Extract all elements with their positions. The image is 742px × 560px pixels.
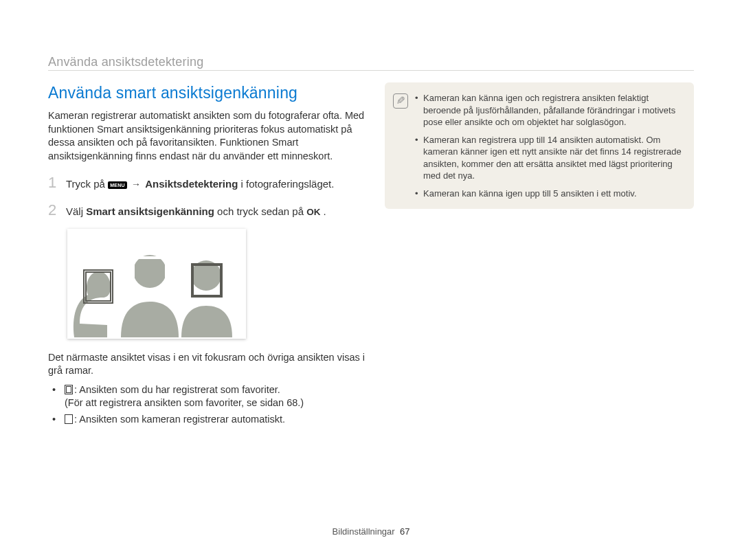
menu-icon: MENU	[108, 181, 127, 189]
note-icon: ✎	[393, 93, 408, 109]
text: i fotograferingsläget.	[241, 178, 335, 190]
step-text: Tryck på MENU → Ansiktsdetektering i fot…	[66, 177, 368, 191]
legend-subtext: (För att registrera ansikten som favorit…	[65, 397, 304, 408]
note-item: Kameran kan känna igen upp till 5 ansikt…	[415, 188, 683, 200]
text: .	[324, 205, 326, 217]
step-text: Välj Smart ansiktsigenkänning och tryck …	[66, 205, 368, 219]
arrow-icon: →	[131, 179, 141, 190]
page-footer: Bildinställningar 67	[0, 526, 742, 538]
content-columns: Använda smart ansiktsigenkänning Kameran…	[48, 82, 694, 429]
footer-section: Bildinställningar	[333, 526, 395, 537]
step-number: 1	[48, 172, 60, 193]
text: och tryck sedan på	[217, 205, 306, 217]
legend-item-auto: : Ansikten som kameran registrerar autom…	[48, 413, 368, 427]
steps-list: 1 Tryck på MENU → Ansiktsdetektering i f…	[48, 172, 368, 220]
face-detection-illustration	[67, 229, 246, 339]
bold-term: Ansiktsdetektering	[145, 178, 238, 190]
section-title: Använda smart ansiktsigenkänning	[48, 82, 368, 104]
svg-rect-8	[67, 386, 71, 392]
text: Välj	[66, 205, 86, 217]
step-2: 2 Välj Smart ansiktsigenkänning och tryc…	[48, 200, 368, 221]
intro-paragraph: Kameran registrerar automatiskt ansikten…	[48, 109, 368, 163]
legend-text: : Ansikten som du har registrerat som fa…	[74, 384, 280, 395]
bold-term: Smart ansiktsigenkänning	[86, 205, 214, 217]
note-box: ✎ Kameran kan känna igen och registrera …	[385, 82, 694, 209]
svg-rect-9	[65, 414, 73, 423]
legend-text: : Ansikten som kameran registrerar autom…	[74, 414, 285, 425]
after-illustration-text: Det närmaste ansiktet visas i en vit fok…	[48, 351, 368, 378]
text: Tryck på	[66, 178, 108, 190]
legend-item-favorite: : Ansikten som du har registrerat som fa…	[48, 383, 368, 410]
step-number: 2	[48, 200, 60, 221]
note-item: Kameran kan registrera upp till 14 ansik…	[415, 134, 683, 182]
page-number: 67	[400, 526, 409, 537]
auto-marker-icon	[65, 414, 73, 424]
left-column: Använda smart ansiktsigenkänning Kameran…	[48, 82, 368, 429]
svg-point-1	[133, 255, 166, 288]
favorite-marker-icon	[65, 385, 73, 394]
right-column: ✎ Kameran kan känna igen och registrera …	[385, 82, 694, 429]
legend-list: : Ansikten som du har registrerat som fa…	[48, 383, 368, 427]
note-list: Kameran kan känna igen och registrera an…	[415, 92, 683, 199]
ok-icon: OK	[306, 207, 320, 217]
note-item: Kameran kan känna igen och registrera an…	[415, 92, 683, 128]
step-1: 1 Tryck på MENU → Ansiktsdetektering i f…	[48, 172, 368, 193]
breadcrumb: Använda ansiktsdetektering	[48, 54, 203, 70]
divider	[48, 70, 694, 71]
manual-page: Använda ansiktsdetektering Använda smart…	[0, 0, 742, 560]
